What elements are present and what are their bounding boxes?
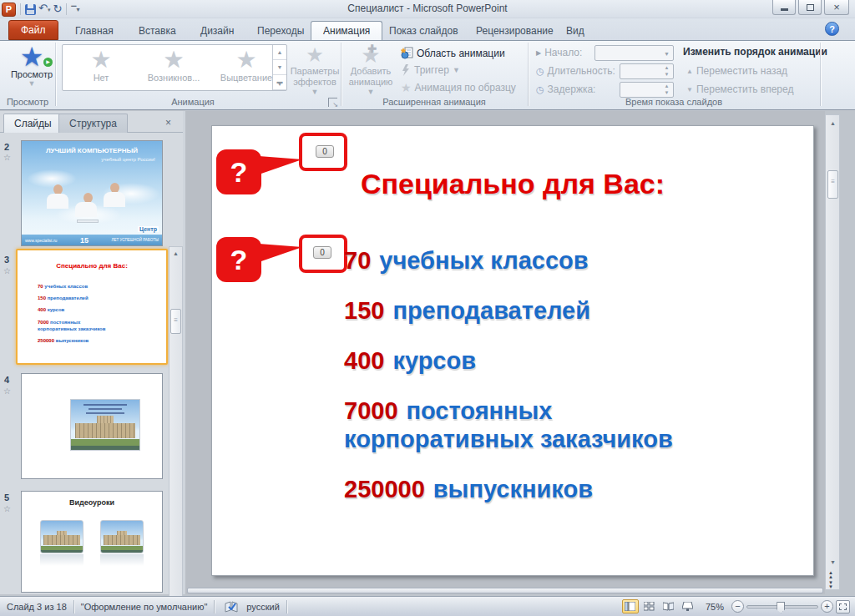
reorder-animation-header: Изменить порядок анимации bbox=[683, 46, 827, 58]
language-indicator[interactable]: русский bbox=[246, 602, 279, 612]
status-bar: Слайд 3 из 18 "Оформление по умолчанию" … bbox=[0, 596, 855, 616]
animation-painter-button[interactable]: ★ Анимация по образцу bbox=[401, 82, 516, 93]
reflection bbox=[40, 554, 83, 566]
duration-spinner[interactable]: ▲▼ bbox=[620, 63, 674, 79]
scroll-up-icon[interactable]: ▲ bbox=[827, 117, 839, 129]
preview-button[interactable]: ★ ▶ Просмотр ▼ bbox=[10, 44, 53, 88]
fit-to-window-button[interactable] bbox=[836, 600, 850, 613]
animation-style-none[interactable]: ★ Нет bbox=[68, 48, 134, 88]
play-icon: ▶ bbox=[536, 49, 541, 57]
tab-transitions[interactable]: Переходы bbox=[245, 21, 316, 40]
slide-3-thumbnail-selected[interactable]: Специально для Вас: 70 учебных классов 1… bbox=[16, 249, 168, 365]
ribbon: ★ ▶ Просмотр ▼ Просмотр ★ Нет ★ Возникно… bbox=[0, 40, 855, 110]
tab-outline[interactable]: Структура bbox=[58, 114, 128, 133]
slide-counter[interactable]: Слайд 3 из 18 bbox=[7, 602, 67, 612]
gallery-scroll-down-icon[interactable]: ▼ bbox=[273, 60, 286, 75]
ribbon-tab-row: Файл Главная Вставка Дизайн Переходы Ани… bbox=[0, 18, 855, 40]
slide-bullet-row[interactable]: 7000постоянных bbox=[344, 397, 553, 425]
tab-animations[interactable]: Анимация bbox=[311, 21, 382, 40]
thumb5-title: Видеоуроки bbox=[22, 498, 162, 507]
theme-name[interactable]: "Оформление по умолчанию" bbox=[81, 602, 208, 612]
animation-style-appear[interactable]: ★ Возникнов... bbox=[138, 48, 210, 88]
slide-4-number: 4 bbox=[4, 375, 18, 385]
slide-bullet-row[interactable]: 400курсов bbox=[344, 347, 476, 375]
close-button[interactable]: × bbox=[824, 0, 849, 15]
reading-view-button[interactable] bbox=[660, 599, 677, 613]
zoom-in-button[interactable]: + bbox=[821, 600, 833, 613]
animation-pane-icon bbox=[401, 47, 413, 59]
animation-pane-button[interactable]: Область анимации bbox=[401, 47, 505, 59]
close-panel-icon[interactable]: × bbox=[165, 117, 171, 129]
tab-file[interactable]: Файл bbox=[8, 20, 58, 40]
animation-style-fade[interactable]: ★ Выцветание bbox=[213, 48, 280, 88]
notes-pane-splitter[interactable] bbox=[187, 588, 823, 593]
main-slide-canvas[interactable]: Специально для Вас: 0 ? 0 ? 70учебных кл… bbox=[211, 125, 814, 576]
main-scrollbar[interactable]: ▲ ▼ ▲▲ ▼▼ bbox=[825, 114, 840, 590]
star-icon: ★ bbox=[235, 48, 256, 73]
slide-bullet-row[interactable]: корпоративных заказчиков bbox=[344, 426, 673, 453]
start-row: ▶ Начало: bbox=[536, 47, 582, 58]
thumb2-headline: ЛУЧШИЙ КОМПЬЮТЕРНЫЙ bbox=[22, 147, 162, 154]
building-image bbox=[70, 399, 140, 451]
tab-review[interactable]: Рецензирование bbox=[464, 21, 565, 40]
zoom-slider-thumb[interactable] bbox=[777, 602, 785, 613]
animation-number-badge-1[interactable]: 0 bbox=[316, 145, 334, 158]
clock-icon: ◷ bbox=[536, 66, 544, 77]
panel-scrollbar[interactable]: ▲ ▼ bbox=[169, 246, 183, 616]
restore-button[interactable] bbox=[798, 0, 822, 15]
trigger-button[interactable]: Триггер ▼ bbox=[401, 64, 460, 76]
slide-bullet-row[interactable]: 70учебных классов bbox=[344, 247, 589, 275]
tab-home[interactable]: Главная bbox=[63, 21, 125, 40]
tab-slideshow[interactable]: Показ слайдов bbox=[377, 21, 470, 40]
animation-dialog-launcher-icon[interactable] bbox=[328, 98, 337, 107]
animation-indicator-icon: ☆ bbox=[3, 266, 11, 275]
gallery-scroll-up-icon[interactable]: ▲ bbox=[273, 45, 286, 60]
scroll-up-icon[interactable]: ▲ bbox=[169, 247, 182, 259]
zoom-slider[interactable] bbox=[746, 605, 818, 608]
callout-tail-2 bbox=[259, 239, 302, 267]
gallery-more-icon[interactable]: ▬▼ bbox=[273, 75, 286, 90]
slideshow-view-button[interactable] bbox=[680, 599, 696, 613]
preview-label: Просмотр bbox=[11, 69, 53, 79]
slides-panel: Слайды Структура × 2 ☆ ЛУЧШИЙ КОМПЬЮТЕРН… bbox=[0, 111, 185, 594]
thumb2-logo: Центр bbox=[138, 226, 159, 232]
animation-indicator-icon: ☆ bbox=[3, 386, 11, 396]
slide-3-content: Специально для Вас: 70 учебных классов 1… bbox=[21, 254, 163, 360]
start-dropdown[interactable]: ▼ bbox=[594, 45, 674, 61]
tab-view[interactable]: Вид bbox=[554, 21, 596, 40]
animation-indicator-icon: ☆ bbox=[3, 153, 11, 162]
star-icon: ★ bbox=[306, 44, 324, 66]
tab-insert[interactable]: Вставка bbox=[127, 21, 188, 40]
effect-options-button[interactable]: ★ Параметры эффектов ▼ bbox=[291, 44, 339, 96]
normal-view-button[interactable] bbox=[622, 599, 639, 613]
tab-design[interactable]: Дизайн bbox=[189, 21, 245, 40]
chevron-down-icon: ▼ bbox=[28, 79, 36, 88]
slide-5-thumbnail[interactable]: Видеоуроки bbox=[21, 491, 163, 593]
help-icon[interactable]: ? bbox=[825, 22, 839, 36]
chevron-down-icon: ▼ bbox=[453, 66, 460, 74]
move-earlier-button[interactable]: ▲ Переместить назад bbox=[686, 65, 787, 77]
slide-bullet-row[interactable]: 250000выпускников bbox=[344, 476, 593, 503]
slide-4-thumbnail[interactable] bbox=[21, 373, 163, 479]
scrollbar-thumb[interactable] bbox=[170, 309, 181, 334]
animation-number-badge-2[interactable]: 0 bbox=[313, 246, 331, 259]
minimize-button[interactable] bbox=[772, 0, 796, 15]
zoom-level[interactable]: 75% bbox=[706, 602, 724, 612]
tab-slides[interactable]: Слайды bbox=[3, 114, 63, 133]
slide-title[interactable]: Специально для Вас: bbox=[212, 168, 813, 200]
previous-slide-icon[interactable]: ▲▲ bbox=[828, 571, 833, 579]
slide-2-thumbnail[interactable]: ЛУЧШИЙ КОМПЬЮТЕРНЫЙ учебный центр России… bbox=[21, 140, 163, 246]
spellcheck-icon[interactable] bbox=[225, 601, 238, 613]
scroll-down-icon[interactable]: ▼ bbox=[827, 556, 839, 568]
duration-row: ◷ Длительность: bbox=[536, 65, 615, 77]
move-later-button[interactable]: ▼ Переместить вперед bbox=[686, 83, 793, 95]
slide-bullet-row[interactable]: 150преподавателей bbox=[344, 297, 590, 325]
zoom-out-button[interactable]: − bbox=[731, 600, 744, 613]
scrollbar-thumb[interactable] bbox=[827, 170, 838, 199]
add-animation-button[interactable]: ★ ✚ Добавить анимацию ▼ bbox=[346, 44, 396, 96]
slide-sorter-view-button[interactable] bbox=[641, 599, 658, 613]
chevron-down-icon: ▼ bbox=[367, 88, 375, 96]
group-label-advanced: Расширенная анимация bbox=[341, 96, 528, 108]
next-slide-icon[interactable]: ▼▼ bbox=[828, 581, 833, 589]
title-bar: P ↶▾ ↻ ▔▾ Специалист - Microsoft PowerPo… bbox=[0, 0, 855, 18]
